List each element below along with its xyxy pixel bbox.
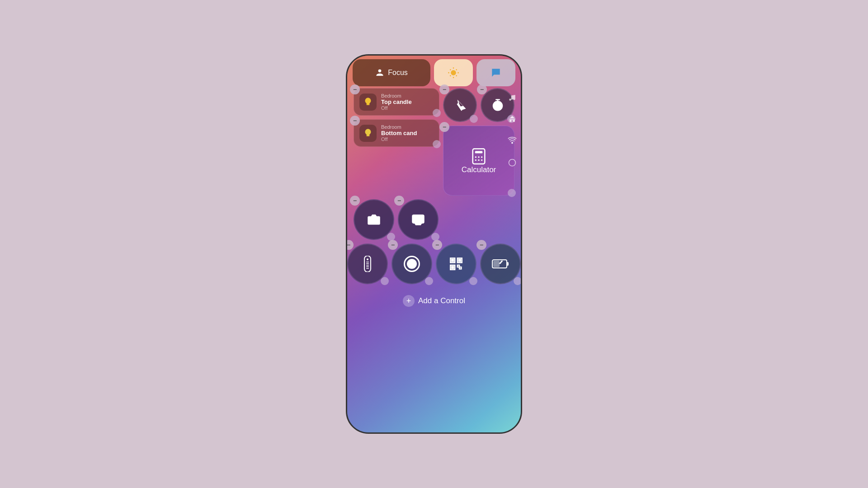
drag-handle-3[interactable] <box>470 115 478 123</box>
calculator-label: Calculator <box>462 165 496 174</box>
top-row: Focus <box>353 59 515 86</box>
qr-wrapper: − <box>436 244 476 284</box>
screen-mirror-tile[interactable] <box>398 199 439 240</box>
content-area: Focus <box>347 56 521 432</box>
add-control-row[interactable]: + Add a Control <box>354 290 514 312</box>
screen-mirror-wrapper: − <box>398 199 439 240</box>
phone-frame: Focus <box>346 54 522 434</box>
record-dot <box>407 259 417 269</box>
remove-mirror-button[interactable]: − <box>394 196 404 206</box>
focus-label: Focus <box>388 69 408 77</box>
svg-point-16 <box>478 156 479 158</box>
svg-rect-33 <box>452 259 453 261</box>
focus-button[interactable]: Focus <box>353 59 430 86</box>
dot-circle-icon <box>508 159 516 167</box>
top-candle-tile[interactable]: Bedroom Top candle Off <box>354 88 439 116</box>
svg-rect-28 <box>366 267 369 267</box>
svg-rect-22 <box>413 215 424 223</box>
person-icon <box>375 68 384 77</box>
right-sidebar <box>506 92 518 169</box>
remove-record-button[interactable]: − <box>388 240 398 250</box>
record-wrapper: − <box>392 244 432 284</box>
svg-rect-38 <box>493 261 500 267</box>
signal-sidebar-icon[interactable] <box>506 135 518 147</box>
remote-tile[interactable] <box>347 244 388 284</box>
bottom-candle-room: Bedroom <box>381 124 417 130</box>
music-note-icon <box>508 94 516 102</box>
remove-flashlight-button[interactable]: − <box>439 84 449 94</box>
camera-icon <box>367 213 381 226</box>
chat-tile[interactable] <box>476 59 515 86</box>
top-candle-name: Top candle <box>381 99 412 105</box>
qr-tile[interactable] <box>436 244 476 284</box>
svg-rect-34 <box>459 259 461 261</box>
remove-camera-button[interactable]: − <box>350 196 360 206</box>
remove-timer-button[interactable]: − <box>477 84 487 94</box>
svg-point-24 <box>367 258 368 260</box>
remove-bottom-candle-button[interactable]: − <box>350 116 360 126</box>
signal-icon <box>508 136 517 145</box>
bulb-icon-2 <box>362 127 374 139</box>
mirror-icon <box>411 213 425 226</box>
svg-point-15 <box>475 156 476 158</box>
svg-point-1 <box>451 70 456 75</box>
svg-point-0 <box>378 70 382 73</box>
qr-icon <box>448 256 464 272</box>
remove-calculator-button[interactable]: − <box>439 122 449 132</box>
phone-screen: Focus <box>347 56 521 432</box>
battery-wrapper: − <box>480 244 521 284</box>
bottom-candle-status: Off <box>381 136 417 142</box>
bottom-candle-tile[interactable]: Bedroom Bottom cand Off <box>354 119 439 147</box>
music-sidebar-icon[interactable] <box>506 92 518 103</box>
top-candle-wrapper: − Bedroom Top candle <box>354 88 439 116</box>
drag-handle-1[interactable] <box>433 109 441 117</box>
svg-point-11 <box>509 160 516 166</box>
camera-tile[interactable] <box>354 199 394 240</box>
top-candle-text: Bedroom Top candle Off <box>381 93 412 111</box>
drag-handle-10[interactable] <box>469 277 477 285</box>
brightness-tile[interactable] <box>434 59 473 86</box>
remove-remote-button[interactable]: − <box>347 240 354 250</box>
calculator-tile[interactable]: Calculator <box>443 126 514 196</box>
bottom-candle-wrapper: − Bedroom Bottom cand <box>354 119 439 147</box>
svg-line-7 <box>456 75 457 76</box>
svg-line-9 <box>450 75 451 76</box>
svg-point-17 <box>481 156 482 158</box>
svg-rect-35 <box>452 267 453 268</box>
remove-qr-button[interactable]: − <box>432 240 442 250</box>
timer-icon <box>491 99 505 112</box>
add-control-icon: + <box>403 295 415 307</box>
svg-rect-14 <box>475 151 483 153</box>
remove-top-candle-button[interactable]: − <box>350 84 360 94</box>
svg-point-21 <box>372 218 376 222</box>
calculator-icon <box>470 147 488 165</box>
record-tile[interactable] <box>392 244 432 284</box>
svg-point-18 <box>475 159 476 160</box>
light-tiles-column: − Bedroom Top candle <box>354 88 439 147</box>
camera-mirror-row: − − <box>354 199 514 240</box>
record-ring <box>404 256 420 272</box>
home-icon <box>508 115 517 124</box>
circle-sidebar-icon[interactable] <box>506 157 518 169</box>
bottom-candle-text: Bedroom Bottom cand Off <box>381 124 417 142</box>
remote-icon <box>363 256 373 272</box>
drag-handle-2[interactable] <box>433 140 441 148</box>
remote-wrapper: − <box>347 244 388 284</box>
home-sidebar-icon[interactable] <box>506 113 518 125</box>
bulb-icon-1 <box>362 96 374 108</box>
battery-icon <box>492 258 509 270</box>
drag-handle-11[interactable] <box>514 277 521 285</box>
remove-battery-button[interactable]: − <box>476 240 486 250</box>
bottom-candle-icon-bg <box>359 125 377 142</box>
top-candle-icon-bg <box>359 94 377 111</box>
svg-rect-25 <box>366 262 369 263</box>
flashlight-tile[interactable] <box>443 88 477 122</box>
drag-handle-5[interactable] <box>508 189 516 197</box>
top-candle-room: Bedroom <box>381 93 412 99</box>
drag-handle-8[interactable] <box>381 277 389 285</box>
drag-handle-9[interactable] <box>425 277 433 285</box>
battery-tile[interactable] <box>480 244 521 284</box>
add-control-label: Add a Control <box>418 296 465 305</box>
svg-line-6 <box>450 70 451 70</box>
top-candle-status: Off <box>381 105 412 111</box>
